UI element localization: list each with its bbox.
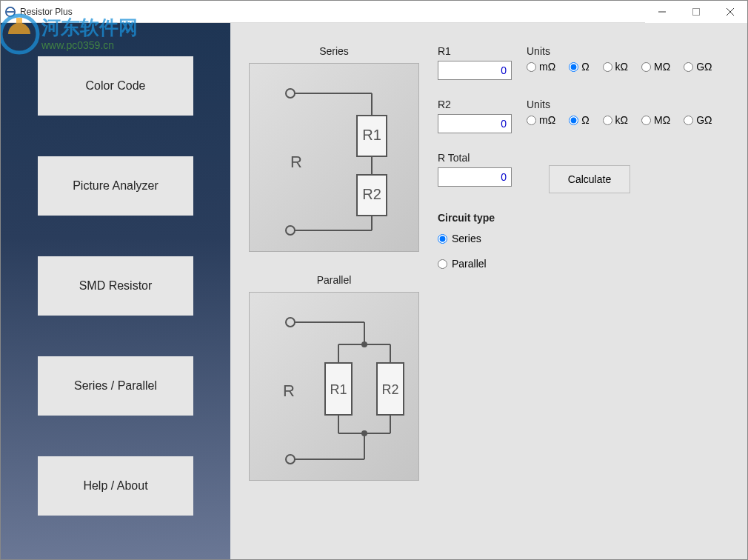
svg-text:R1: R1 (330, 382, 347, 397)
svg-text:R2: R2 (381, 382, 398, 397)
parallel-title: Parallel (317, 274, 352, 286)
minimize-icon (658, 8, 666, 16)
circuit-type-group: Circuit type Series Parallel (438, 212, 729, 270)
titlebar: Resistor Plus (1, 1, 747, 23)
parallel-diagram: R1 R2 R (249, 292, 419, 481)
svg-rect-3 (693, 8, 700, 15)
parallel-diagram-block: Parallel R1 R2 (249, 274, 419, 481)
minimize-button[interactable] (645, 1, 679, 23)
svg-point-39 (286, 455, 295, 464)
svg-text:R: R (283, 381, 295, 400)
nav-help-about[interactable]: Help / About (38, 456, 193, 516)
controls-panel: R1 Units mΩ Ω kΩ MΩ GΩ R2 (438, 45, 729, 537)
r2-units-label: Units (527, 99, 712, 110)
r1-unit-kohm[interactable]: kΩ (603, 61, 628, 73)
r1-unit-mohm[interactable]: mΩ (527, 61, 555, 73)
main-content: Series R1 R2 R (230, 23, 747, 559)
svg-text:www.pc0359.cn: www.pc0359.cn (41, 39, 114, 51)
r1-unit-Mohm[interactable]: MΩ (641, 61, 670, 73)
r2-unit-Gohm[interactable]: GΩ (684, 114, 712, 126)
r2-unit-Mohm[interactable]: MΩ (641, 114, 670, 126)
series-title: Series (319, 45, 349, 57)
r1-unit-Gohm[interactable]: GΩ (684, 61, 712, 73)
window-title: Resistor Plus (20, 7, 73, 17)
circuit-type-series[interactable]: Series (438, 233, 729, 244)
nav-color-code[interactable]: Color Code (38, 56, 193, 116)
svg-rect-1 (7, 11, 15, 13)
svg-text:R1: R1 (362, 127, 381, 143)
circuit-type-label: Circuit type (438, 212, 729, 224)
r2-unit-kohm[interactable]: kΩ (603, 114, 628, 126)
r1-input[interactable] (438, 61, 512, 80)
r1-unit-ohm[interactable]: Ω (569, 61, 589, 73)
r2-units-row: mΩ Ω kΩ MΩ GΩ (527, 114, 712, 126)
r2-input[interactable] (438, 114, 512, 133)
svg-point-20 (286, 226, 295, 235)
svg-point-22 (286, 318, 295, 327)
nav-smd-resistor[interactable]: SMD Resistor (38, 256, 193, 316)
window-controls (645, 1, 747, 23)
calculate-button[interactable]: Calculate (549, 165, 630, 193)
r2-label: R2 (438, 99, 512, 110)
rtotal-input[interactable] (438, 167, 512, 187)
rtotal-label: R Total (438, 152, 512, 164)
maximize-button[interactable] (679, 1, 713, 23)
app-icon (5, 7, 16, 17)
r1-units-row: mΩ Ω kΩ MΩ GΩ (527, 61, 712, 73)
circuit-type-parallel[interactable]: Parallel (438, 258, 729, 270)
svg-text:R2: R2 (362, 186, 381, 202)
svg-point-10 (286, 89, 295, 98)
series-diagram-block: Series R1 R2 R (249, 45, 419, 252)
r2-unit-mohm[interactable]: mΩ (527, 114, 555, 126)
nav-picture-analyzer[interactable]: Picture Analyzer (38, 156, 193, 216)
close-icon (727, 8, 734, 16)
r2-unit-ohm[interactable]: Ω (569, 114, 589, 126)
nav-series-parallel[interactable]: Series / Parallel (38, 356, 193, 416)
series-diagram: R1 R2 R (249, 63, 419, 252)
close-button[interactable] (713, 1, 747, 23)
svg-text:R: R (290, 153, 302, 171)
r1-label: R1 (438, 45, 512, 57)
maximize-icon (692, 8, 700, 16)
sidebar: 河东软件网 www.pc0359.cn Color Code Picture A… (1, 23, 230, 559)
r1-units-label: Units (527, 45, 712, 57)
